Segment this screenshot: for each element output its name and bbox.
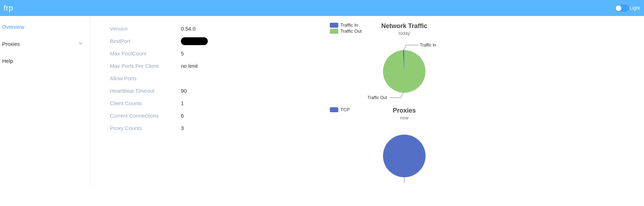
- stat-value: 6: [181, 113, 184, 119]
- sidebar-item-help[interactable]: Help: [0, 52, 90, 69]
- stat-value: 3: [181, 125, 184, 131]
- content: Version 0.54.0 BindPort Max PoolCount 5 …: [90, 16, 644, 188]
- sidebar-item-label: Proxies: [2, 41, 20, 47]
- slice-label: Traffic Out: [367, 95, 387, 100]
- stat-label: Max PoolCount: [110, 50, 181, 56]
- label-line: [404, 45, 418, 50]
- stat-row: BindPort: [110, 35, 323, 47]
- pie-slice-tcp: [383, 135, 426, 177]
- stat-value: 1: [181, 100, 184, 106]
- legend-swatch-icon: [330, 29, 338, 34]
- stat-row: Client Counts 1: [110, 97, 323, 109]
- theme-label: Light: [630, 5, 640, 11]
- legend-item[interactable]: Traffic In: [330, 22, 362, 28]
- chart-title: Proxies: [330, 107, 479, 114]
- legend-swatch-icon: [330, 23, 338, 28]
- stat-label: BindPort: [110, 38, 181, 44]
- stat-row: Max Ports Per Client no limit: [110, 60, 323, 72]
- main: Overview Proxies Help Version 0.54.0 Bin…: [0, 16, 644, 188]
- chart-proxies: TCP Proxies now: [330, 107, 479, 184]
- switch-knob: [616, 5, 621, 11]
- legend-swatch-icon: [330, 107, 338, 112]
- app-title: frp: [4, 4, 13, 13]
- chart-legend: Traffic In Traffic Out: [330, 22, 362, 34]
- chart-legend: TCP: [330, 107, 350, 113]
- stat-row: Current Connections 6: [110, 109, 323, 122]
- stats-table: Version 0.54.0 BindPort Max PoolCount 5 …: [110, 22, 323, 188]
- stat-value-redacted: [181, 37, 208, 45]
- pie-chart-traffic: Traffic In Traffic Out: [348, 39, 461, 103]
- legend-label: TCP: [340, 107, 350, 112]
- stat-row: Proxy Counts 3: [110, 122, 323, 134]
- stat-row: HeartBeat Timeout 90: [110, 85, 323, 97]
- legend-item[interactable]: Traffic Out: [330, 28, 362, 34]
- stat-label: HeartBeat Timeout: [110, 88, 181, 94]
- slice-label: Traffic In: [420, 43, 436, 48]
- stat-value: no limit: [181, 63, 198, 69]
- stat-label: Allow Ports: [110, 75, 181, 81]
- legend-label: Traffic Out: [340, 28, 362, 34]
- stat-label: Version: [110, 26, 181, 32]
- stat-row: Max PoolCount 5: [110, 47, 323, 60]
- stat-label: Client Counts: [110, 100, 181, 106]
- stat-value: 0.54.0: [181, 26, 196, 32]
- chart-subtitle: now: [330, 115, 479, 120]
- label-line: [389, 93, 403, 98]
- legend-item[interactable]: TCP: [330, 107, 350, 112]
- stat-row: Version 0.54.0: [110, 22, 323, 35]
- stat-value: 5: [181, 50, 184, 56]
- theme-switch[interactable]: [615, 5, 629, 12]
- theme-toggle[interactable]: Light: [615, 5, 640, 12]
- sidebar-item-label: Help: [2, 58, 13, 64]
- redacted-block: [181, 37, 208, 45]
- stat-row: Allow Ports: [110, 72, 323, 85]
- sidebar-item-label: Overview: [2, 24, 24, 30]
- charts: Traffic In Traffic Out Network Traffic t…: [323, 22, 479, 188]
- sidebar-item-proxies[interactable]: Proxies: [0, 35, 90, 52]
- stat-label: Current Connections: [110, 113, 181, 119]
- pie-chart-proxies: [348, 124, 461, 184]
- chart-traffic: Traffic In Traffic Out Network Traffic t…: [330, 22, 479, 103]
- header: frp Light: [0, 0, 644, 16]
- stat-label: Proxy Counts: [110, 125, 181, 131]
- sidebar-item-overview[interactable]: Overview: [0, 18, 90, 35]
- chevron-down-icon: [78, 41, 83, 47]
- stat-label: Max Ports Per Client: [110, 63, 181, 69]
- legend-label: Traffic In: [340, 22, 358, 28]
- sidebar: Overview Proxies Help: [0, 16, 90, 188]
- stat-value: 90: [181, 88, 187, 94]
